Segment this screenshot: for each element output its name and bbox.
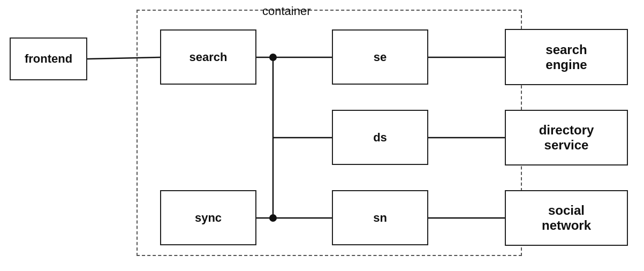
box-search: search [160, 29, 256, 85]
box-sync: sync [160, 190, 256, 245]
box-frontend: frontend [10, 37, 87, 80]
container-label: container [262, 4, 311, 18]
box-ds: ds [332, 110, 428, 165]
junction-dot-sync [269, 214, 277, 222]
box-sn: sn [332, 190, 428, 245]
diagram: container frontend search sync se ds sn … [0, 0, 644, 271]
box-search-engine: search engine [505, 29, 628, 85]
box-directory-service: directory service [505, 110, 628, 165]
box-se: se [332, 29, 428, 85]
junction-dot-search [269, 54, 277, 61]
box-social-network: social network [505, 190, 628, 246]
